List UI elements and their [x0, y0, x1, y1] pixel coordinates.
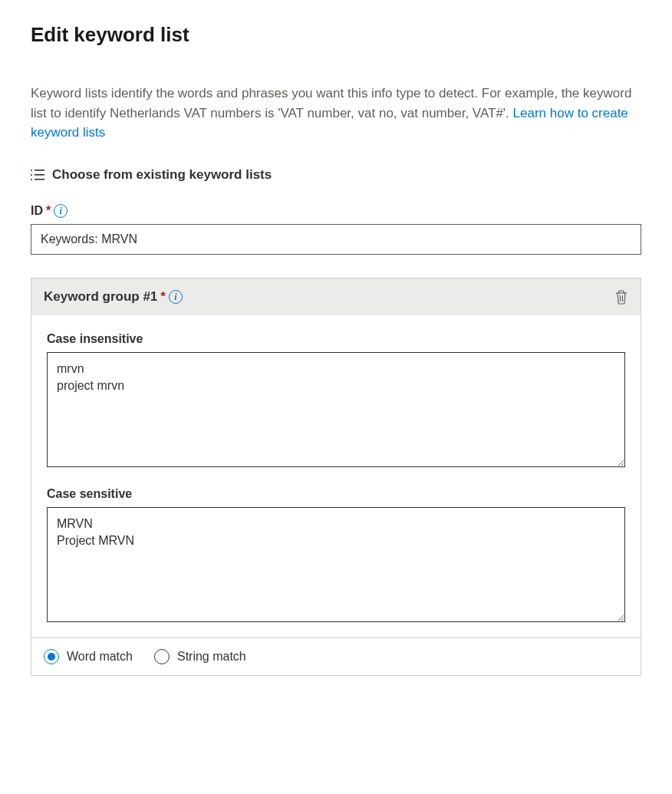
- string-match-label: String match: [177, 650, 246, 664]
- case-sensitive-label: Case sensitive: [47, 487, 625, 501]
- string-match-radio[interactable]: String match: [154, 649, 246, 664]
- id-input[interactable]: [31, 224, 641, 255]
- id-field-label: ID * i: [31, 204, 641, 218]
- keyword-group-panel: Keyword group #1 * i Case insensitive Ca…: [31, 278, 641, 676]
- id-label-text: ID: [31, 204, 43, 218]
- radio-circle: [154, 649, 170, 664]
- description-text: Keyword lists identify the words and phr…: [31, 84, 641, 143]
- keyword-group-title: Keyword group #1: [44, 289, 157, 305]
- required-marker: *: [160, 289, 166, 305]
- info-icon[interactable]: i: [54, 204, 68, 218]
- word-match-radio[interactable]: Word match: [44, 649, 133, 664]
- delete-group-button[interactable]: [614, 289, 628, 305]
- list-icon: [31, 169, 44, 181]
- required-marker: *: [46, 204, 51, 218]
- radio-circle: [44, 649, 59, 664]
- case-insensitive-label: Case insensitive: [47, 332, 625, 346]
- choose-existing-label: Choose from existing keyword lists: [52, 167, 272, 183]
- case-sensitive-input[interactable]: [47, 507, 625, 622]
- info-icon[interactable]: i: [169, 290, 183, 304]
- svg-rect-1: [31, 174, 32, 176]
- svg-rect-4: [35, 174, 44, 176]
- svg-rect-5: [35, 179, 44, 180]
- case-insensitive-input[interactable]: [47, 352, 625, 467]
- word-match-label: Word match: [67, 650, 133, 664]
- page-title: Edit keyword list: [31, 23, 641, 47]
- match-options-row: Word match String match: [31, 638, 641, 675]
- svg-rect-2: [31, 179, 32, 180]
- choose-existing-button[interactable]: Choose from existing keyword lists: [31, 167, 641, 183]
- keyword-group-header: Keyword group #1 * i: [31, 278, 641, 315]
- svg-rect-3: [35, 170, 44, 171]
- svg-rect-0: [31, 170, 32, 171]
